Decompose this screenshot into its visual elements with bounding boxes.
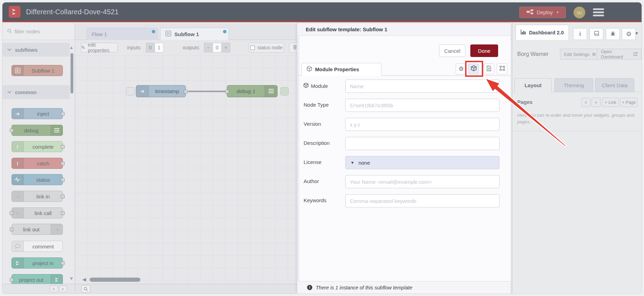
input-port[interactable] — [225, 90, 229, 93]
node-timestamp[interactable]: ➔ timestamp — [136, 85, 186, 97]
dashboard-header-row: Borg Warner Edit Settings ⚙ Open Dashboa… — [512, 43, 642, 65]
chevron-down-icon: ▾ — [557, 10, 559, 15]
palette-scroll-down[interactable]: ▼ — [69, 276, 74, 281]
author-input[interactable] — [345, 175, 499, 188]
output-port[interactable] — [61, 112, 65, 116]
help-sidebar-button[interactable] — [589, 28, 603, 40]
link-call-icon: ➔ — [12, 208, 24, 218]
license-label: License — [304, 159, 322, 165]
subflow-input-ghost[interactable] — [126, 87, 134, 96]
palette-node-link-out[interactable]: link out ➔ — [11, 224, 63, 235]
palette-scroll-up[interactable]: ▲ — [69, 45, 74, 50]
cancel-button[interactable]: Cancel — [439, 44, 465, 57]
description-input[interactable] — [345, 137, 499, 150]
link-in-icon: ➔ — [12, 191, 24, 202]
output-port[interactable] — [61, 211, 65, 215]
tab-client-data[interactable]: Client Data — [595, 78, 634, 92]
gear-icon: ⚙ — [626, 30, 631, 38]
info-sidebar-button[interactable]: i — [573, 28, 587, 40]
license-field-row: License ▼ none — [297, 156, 511, 169]
palette-node-debug[interactable]: debug — [11, 125, 63, 136]
node-palette: filter nodes subflows Subflow 1 common ➔… — [2, 23, 75, 294]
version-label: Version — [304, 121, 321, 127]
keywords-field-row: Keywords — [297, 194, 511, 207]
subflow-output-ghost[interactable] — [280, 87, 289, 96]
add-link-button[interactable]: + Link — [602, 98, 619, 107]
palette-category-common[interactable]: common — [2, 85, 70, 99]
input-port[interactable] — [10, 228, 14, 231]
palette-scrollbar[interactable] — [71, 53, 73, 93]
outputs-plus-button[interactable]: + — [221, 43, 230, 52]
main-menu-button[interactable] — [593, 8, 604, 16]
node-type-field-row: Node Type — [297, 99, 511, 112]
open-dashboard-button[interactable]: Open Dashboard — [597, 49, 642, 60]
page-title: Different-Collared-Dove-4521 — [26, 8, 118, 16]
done-button[interactable]: Done — [470, 44, 498, 57]
node-type-input[interactable] — [345, 99, 499, 112]
deploy-button[interactable]: Deploy ▾ — [519, 7, 566, 18]
node-debug-1[interactable]: debug 1 — [227, 85, 278, 97]
input-port[interactable] — [10, 278, 14, 282]
output-port[interactable] — [61, 145, 65, 149]
input-port[interactable] — [10, 129, 14, 132]
debug-sidebar-button[interactable] — [606, 28, 620, 40]
palette-node-inject[interactable]: ➔ inject — [11, 108, 63, 119]
output-port[interactable] — [61, 261, 65, 265]
palette-node-subflow-1[interactable]: Subflow 1 — [11, 65, 63, 76]
settings-sidebar-button[interactable]: ⚙ — [622, 28, 636, 40]
status-node-checkbox[interactable]: status node — [249, 43, 284, 52]
palette-expand-all-button[interactable]: » — [59, 286, 67, 292]
keywords-input[interactable] — [345, 194, 499, 207]
palette-node-project-in[interactable]: project in — [11, 257, 63, 269]
license-select[interactable]: ▼ none — [345, 156, 499, 169]
debug-icon — [51, 125, 63, 135]
external-link-icon — [634, 52, 637, 57]
subflow-icon — [12, 65, 24, 76]
output-port[interactable] — [61, 195, 65, 198]
scroll-left-arrow[interactable]: ◀ — [82, 277, 86, 282]
node-red-logo-icon — [9, 6, 20, 18]
user-avatar[interactable]: su — [573, 7, 585, 18]
move-up-button[interactable]: « — [581, 98, 591, 107]
palette-category-subflows[interactable]: subflows — [2, 43, 70, 57]
filter-placeholder: filter nodes — [15, 28, 40, 34]
wire[interactable] — [188, 91, 229, 92]
add-page-button[interactable]: + Page — [620, 98, 638, 107]
palette-filter[interactable]: filter nodes — [2, 23, 75, 40]
tab-dashboard-2[interactable]: Dashboard 2.0 — [515, 25, 569, 40]
edit-properties-button[interactable]: ✎ edit properties — [81, 43, 118, 52]
palette-node-link-call[interactable]: ➔ link call — [11, 207, 63, 219]
output-port[interactable] — [61, 162, 65, 165]
module-field-row: Module — [297, 80, 511, 93]
palette-collapse-all-button[interactable]: « — [50, 286, 58, 292]
output-port[interactable] — [61, 178, 65, 182]
move-down-button[interactable]: » — [592, 98, 601, 107]
palette-node-catch[interactable]: ! catch — [11, 158, 63, 169]
inputs-label: inputs: — [127, 45, 141, 50]
unsaved-changes-dot — [223, 30, 226, 33]
link-out-icon: ➔ — [51, 224, 63, 235]
canvas-search-button[interactable] — [81, 285, 90, 293]
inputs-0-button[interactable]: 0 — [146, 43, 155, 52]
status-waveform-icon — [12, 174, 24, 185]
horizontal-scrollbar[interactable] — [90, 278, 140, 282]
palette-node-link-in[interactable]: ➔ link in — [11, 191, 63, 202]
inputs-1-button[interactable]: 1 — [155, 43, 164, 52]
dialog-footer: i There is 1 instance of this subflow te… — [297, 281, 511, 294]
sidebar-menu-caret[interactable]: ▼ — [635, 31, 639, 36]
tab-subflow-1[interactable]: Subflow 1 — [160, 28, 229, 40]
edit-settings-button[interactable]: Edit Settings ⚙ — [560, 49, 600, 60]
checkbox-icon — [250, 46, 255, 50]
output-port[interactable] — [184, 90, 188, 93]
input-port[interactable] — [10, 211, 14, 215]
tab-flow-1[interactable]: Flow 1 — [86, 28, 158, 40]
project-out-icon — [51, 274, 63, 285]
project-in-icon — [12, 258, 24, 268]
version-input[interactable] — [345, 118, 499, 131]
palette-node-complete[interactable]: ! complete — [11, 141, 63, 152]
palette-node-comment[interactable]: comment — [11, 241, 63, 252]
outputs-minus-button[interactable]: − — [204, 43, 213, 52]
palette-node-status[interactable]: status — [11, 174, 63, 185]
tab-module-properties[interactable]: Module Properties — [302, 63, 381, 76]
module-input[interactable] — [345, 80, 499, 93]
